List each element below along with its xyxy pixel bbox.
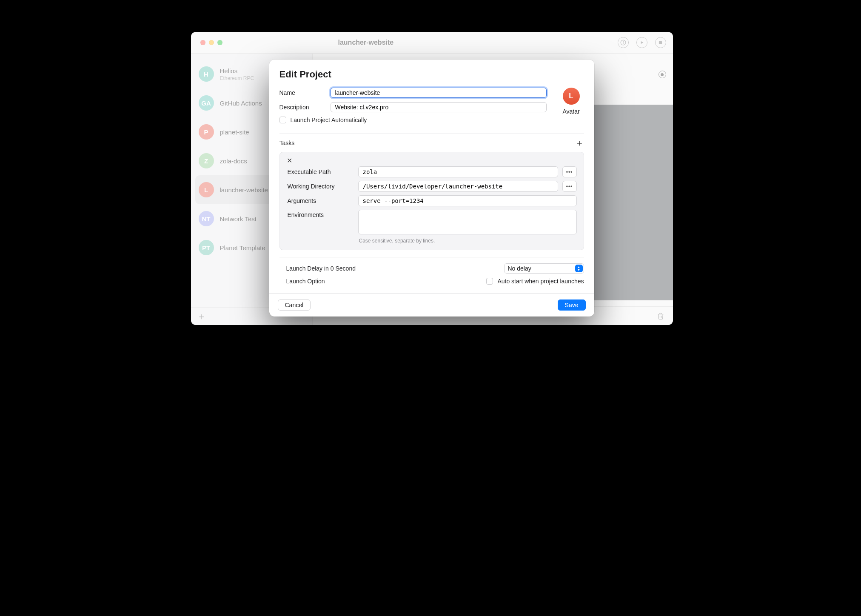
project-avatar: NT xyxy=(199,211,214,226)
avatar[interactable]: L xyxy=(563,88,580,105)
executable-path-input[interactable] xyxy=(358,166,558,177)
modal-title: Edit Project xyxy=(279,69,584,80)
description-label: Description xyxy=(279,104,331,111)
description-input[interactable] xyxy=(331,102,547,112)
edit-project-modal: Edit Project Name Description Launch Pro… xyxy=(269,60,594,317)
launch-option-label: Launch Option xyxy=(286,278,325,285)
environments-hint: Case sensitive, separate by lines. xyxy=(359,238,577,244)
titlebar: launcher-website xyxy=(191,32,673,54)
auto-launch-label: Launch Project Automatically xyxy=(291,117,367,123)
window-title: launcher-website xyxy=(338,39,394,46)
tasks-label: Tasks xyxy=(279,140,295,146)
running-status-icon xyxy=(659,71,666,78)
project-name: GitHub Actions xyxy=(220,100,262,107)
name-input[interactable] xyxy=(331,88,547,98)
save-button[interactable]: Save xyxy=(558,299,586,311)
project-name: Helios xyxy=(220,67,254,74)
project-name: Planet Template xyxy=(220,244,265,251)
window-minimize-icon[interactable] xyxy=(209,40,214,45)
auto-launch-checkbox[interactable] xyxy=(279,117,286,123)
arguments-label: Arguments xyxy=(287,197,354,204)
working-directory-input[interactable] xyxy=(358,181,558,192)
project-name: planet-site xyxy=(220,128,249,136)
window-zoom-icon[interactable] xyxy=(217,40,222,45)
remove-task-icon[interactable]: ✕ xyxy=(287,157,292,165)
cancel-button[interactable]: Cancel xyxy=(278,299,311,311)
name-label: Name xyxy=(279,89,331,96)
project-avatar: P xyxy=(199,124,214,140)
trash-icon[interactable] xyxy=(657,312,664,320)
environments-label: Environments xyxy=(287,210,354,218)
arguments-input[interactable] xyxy=(358,195,577,206)
launch-delay-value: No delay xyxy=(508,265,531,272)
wd-browse-button[interactable]: ••• xyxy=(562,181,577,192)
project-name: launcher-website xyxy=(220,186,268,194)
executable-path-label: Executable Path xyxy=(287,168,354,175)
add-project-icon[interactable]: ＋ xyxy=(197,312,206,321)
select-stepper-icon: ▲▼ xyxy=(575,265,583,272)
project-avatar: PT xyxy=(199,240,214,255)
autostart-checkbox[interactable] xyxy=(486,278,493,285)
window-close-icon[interactable] xyxy=(200,40,205,45)
launch-delay-select[interactable]: No delay ▲▼ xyxy=(504,263,584,274)
avatar-label: Avatar xyxy=(562,108,579,115)
project-subtitle: Ethereum RPC xyxy=(220,75,254,81)
traffic-lights xyxy=(200,40,222,45)
svg-point-2 xyxy=(623,41,623,42)
play-icon[interactable] xyxy=(636,37,647,48)
add-task-icon[interactable]: ＋ xyxy=(575,138,584,148)
launch-delay-label: Launch Delay in 0 Second xyxy=(286,265,356,272)
working-directory-label: Working Directory xyxy=(287,183,354,190)
project-avatar: H xyxy=(199,66,214,82)
stop-hollow-icon[interactable] xyxy=(655,37,666,48)
project-avatar: GA xyxy=(199,95,214,111)
environments-input[interactable] xyxy=(358,210,577,234)
project-name: Network Test xyxy=(220,215,257,222)
info-icon[interactable] xyxy=(618,37,629,48)
task-card: ✕ Executable Path ••• Working Directory … xyxy=(279,152,584,250)
autostart-label: Auto start when project launches xyxy=(497,278,584,285)
svg-rect-4 xyxy=(659,41,662,44)
project-name: zola-docs xyxy=(220,157,247,165)
project-avatar: L xyxy=(199,182,214,197)
svg-marker-3 xyxy=(641,41,643,44)
project-avatar: Z xyxy=(199,153,214,168)
exe-browse-button[interactable]: ••• xyxy=(562,166,577,177)
